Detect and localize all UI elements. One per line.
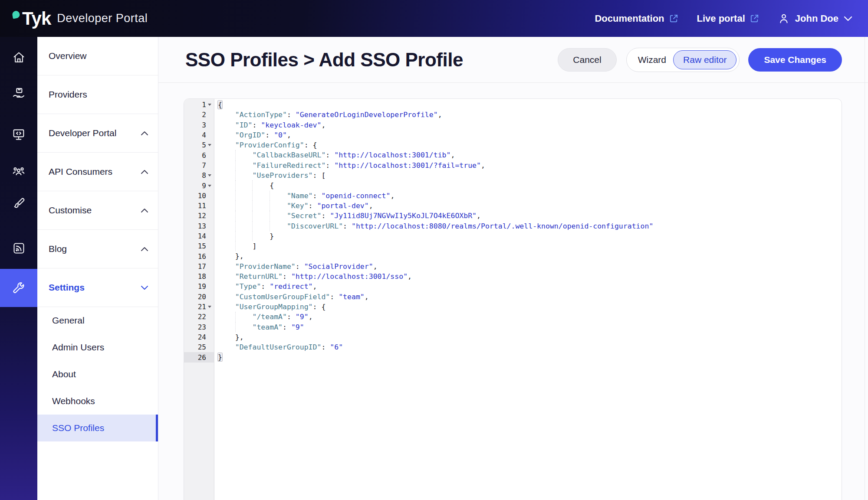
editor-mode-toggle: Wizard Raw editor [626,48,740,72]
code-line-25[interactable]: "DefaultUserGroupID": "6" [218,342,842,352]
sidebar-subitem-sso-profiles[interactable]: SSO Profiles [37,415,158,441]
rail-item-blog[interactable] [0,235,37,261]
user-menu[interactable]: John Doe [778,13,852,25]
fold-spacer [206,191,213,201]
line-number: 6 [202,151,206,160]
line-number: 7 [202,161,206,170]
code-line-19[interactable]: "Type": "redirect", [218,281,842,291]
json-code-editor[interactable]: 1234567891011121314151617181920212223242… [184,98,842,500]
code-line-24[interactable]: }, [218,332,842,342]
code-line-16[interactable]: }, [218,251,842,261]
code-line-8[interactable]: "UseProviders": [ [218,170,842,180]
rail-item-developer-portal[interactable] [0,121,37,147]
gutter-line-17: 17 [184,261,214,271]
line-number: 2 [202,111,206,119]
rail-item-settings[interactable] [0,269,37,307]
sidebar-subitem-about[interactable]: About [37,361,158,388]
sidebar-item-label: Customise [49,205,92,216]
code-line-7[interactable]: "FailureRedirect": "http://localhost:300… [218,160,842,170]
fold-arrow-icon[interactable] [206,100,213,110]
code-line-17[interactable]: "ProviderName": "SocialProvider", [218,261,842,271]
fold-arrow-icon[interactable] [206,140,213,150]
code-line-4[interactable]: "OrgID": "0", [218,130,842,140]
line-number: 16 [198,252,206,261]
fold-arrow-icon[interactable] [206,170,213,180]
page-scrollbar-track[interactable] [865,37,865,500]
code-line-12[interactable]: "Secret": "Jy11id8Uj7NGVwI1y5KoJL7O4kE6O… [218,211,842,221]
code-line-26[interactable]: } [218,352,842,362]
code-line-20[interactable]: "CustomUserGroupField": "team", [218,292,842,302]
brand-name: Tyk [22,8,51,29]
rail-item-home[interactable] [0,44,37,70]
fold-spacer [206,201,213,211]
code-line-13[interactable]: "DiscoverURL": "http://localhost:8080/re… [218,221,842,231]
code-line-5[interactable]: "ProviderConfig": { [218,140,842,150]
fold-arrow-icon[interactable] [206,302,213,312]
gutter-line-18: 18 [184,271,214,281]
gutter-line-15: 15 [184,241,214,251]
fold-spacer [206,332,213,342]
sidebar-item-developer-portal[interactable]: Developer Portal [37,114,158,153]
active-edge-bar [156,415,158,441]
editor-code-area[interactable]: {"ActionType": "GenerateOrLoginDeveloper… [214,99,842,500]
rail-item-customise[interactable] [0,191,37,217]
wizard-toggle-button[interactable]: Wizard [638,55,666,65]
code-line-22[interactable]: "/teamA": "9", [218,312,842,322]
fold-arrow-icon[interactable] [206,180,213,190]
documentation-link[interactable]: Documentation [595,13,678,24]
code-line-2[interactable]: "ActionType": "GenerateOrLoginDeveloperP… [218,110,842,120]
fold-spacer [206,241,213,251]
gutter-line-4: 4 [184,130,214,140]
gutter-line-26: 26 [184,352,214,362]
rail-item-api-consumers[interactable] [0,158,37,184]
blog-icon [12,242,26,255]
sidebar-item-providers[interactable]: Providers [37,75,158,114]
line-number: 14 [198,232,206,240]
documentation-link-label: Documentation [595,13,664,24]
gutter-line-14: 14 [184,231,214,241]
editor-gutter: 1234567891011121314151617181920212223242… [184,99,214,500]
sidebar-item-settings[interactable]: Settings [37,268,158,307]
sidebar-item-blog[interactable]: Blog [37,230,158,268]
code-line-14[interactable]: } [218,231,842,241]
code-line-6[interactable]: "CallbackBaseURL": "http://localhost:300… [218,150,842,160]
cancel-button[interactable]: Cancel [558,48,616,72]
line-number: 5 [202,141,206,149]
code-line-1[interactable]: { [218,100,842,110]
code-line-3[interactable]: "ID": "keycloak-dev", [218,120,842,130]
sidebar-item-label: Developer Portal [49,128,116,138]
sidebar-item-label: API Consumers [49,167,112,177]
main-content: SSO Profiles > Add SSO Profile Cancel Wi… [158,37,868,500]
brand-logo[interactable]: Tyk Developer Portal [13,8,148,29]
fold-spacer [206,231,213,241]
code-line-9[interactable]: { [218,180,842,190]
gutter-line-23: 23 [184,322,214,332]
line-number: 23 [198,323,206,331]
code-line-10[interactable]: "Name": "openid-connect", [218,191,842,201]
rail-item-providers[interactable] [0,81,37,107]
code-line-15[interactable]: ] [218,241,842,251]
code-line-11[interactable]: "Key": "portal-dev", [218,201,842,211]
gutter-line-2: 2 [184,110,214,120]
sidebar-item-customise[interactable]: Customise [37,191,158,230]
sidebar-subitem-label: SSO Profiles [52,423,104,433]
sidebar-item-overview[interactable]: Overview [37,37,158,75]
fold-spacer [206,271,213,281]
line-number: 26 [198,353,206,362]
line-number: 21 [198,303,206,311]
save-changes-button[interactable]: Save Changes [748,48,842,72]
sidebar-subitem-admin-users[interactable]: Admin Users [37,334,158,361]
code-line-21[interactable]: "UserGroupMapping": { [218,302,842,312]
raw-editor-toggle-button[interactable]: Raw editor [673,50,736,69]
chevron-up-icon [141,208,148,213]
sidebar-subitem-webhooks[interactable]: Webhooks [37,388,158,415]
chevron-up-icon [141,247,148,252]
fold-spacer [206,352,213,362]
code-line-23[interactable]: "teamA": "9" [218,322,842,332]
user-name: John Doe [795,13,838,24]
code-line-18[interactable]: "ReturnURL": "http://localhost:3001/sso"… [218,271,842,281]
fold-spacer [206,292,213,302]
sidebar-item-api-consumers[interactable]: API Consumers [37,153,158,191]
sidebar-subitem-general[interactable]: General [37,307,158,334]
live-portal-link[interactable]: Live portal [697,13,760,24]
